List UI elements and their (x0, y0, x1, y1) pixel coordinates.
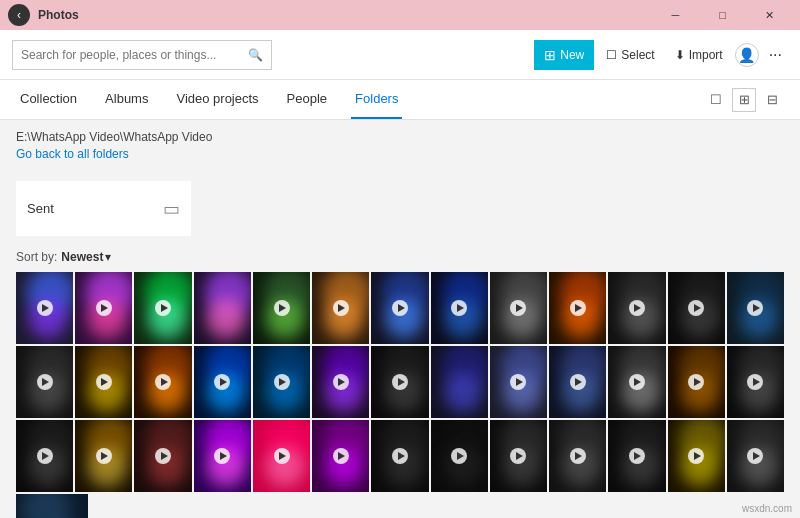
play-icon (451, 300, 467, 316)
photo-item[interactable] (490, 346, 547, 418)
play-icon (155, 374, 171, 390)
sort-current-value: Newest (61, 250, 103, 264)
select-button[interactable]: ☐ Select (598, 40, 662, 70)
play-icon (392, 374, 408, 390)
photo-item[interactable] (608, 272, 665, 344)
photo-item[interactable] (194, 420, 251, 492)
play-icon (747, 300, 763, 316)
back-button[interactable]: ‹ (8, 4, 30, 26)
search-box[interactable]: 🔍 (12, 40, 272, 70)
photo-item[interactable] (727, 420, 784, 492)
photo-item[interactable] (253, 272, 310, 344)
photo-item[interactable] (16, 346, 73, 418)
photo-item[interactable] (490, 272, 547, 344)
photo-item[interactable] (134, 420, 191, 492)
photo-item[interactable] (668, 346, 725, 418)
photo-item[interactable] (16, 494, 88, 518)
play-icon (510, 374, 526, 390)
maximize-button[interactable]: □ (700, 0, 745, 30)
photo-item[interactable] (16, 420, 73, 492)
photo-item[interactable] (549, 272, 606, 344)
play-icon (274, 300, 290, 316)
photo-item[interactable] (75, 272, 132, 344)
play-icon (96, 448, 112, 464)
folder-card-sent[interactable]: Sent ▭ (16, 181, 191, 236)
search-icon: 🔍 (248, 48, 263, 62)
photo-item[interactable] (668, 420, 725, 492)
photo-item[interactable] (312, 346, 369, 418)
photo-item[interactable] (431, 272, 488, 344)
tab-people[interactable]: People (283, 80, 331, 119)
play-icon (333, 448, 349, 464)
minimize-button[interactable]: ─ (653, 0, 698, 30)
photo-item[interactable] (727, 346, 784, 418)
titlebar: ‹ Photos ─ □ ✕ (0, 0, 800, 30)
photo-item[interactable] (608, 346, 665, 418)
play-icon (392, 448, 408, 464)
folder-card-icon: ▭ (163, 198, 180, 220)
watermark: wsxdn.com (742, 503, 792, 514)
photo-item[interactable] (490, 420, 547, 492)
play-icon (274, 448, 290, 464)
close-button[interactable]: ✕ (747, 0, 792, 30)
sort-value-button[interactable]: Newest ▾ (61, 250, 111, 264)
photo-item[interactable] (134, 272, 191, 344)
photo-item[interactable] (549, 346, 606, 418)
photo-item[interactable] (134, 346, 191, 418)
play-icon (333, 300, 349, 316)
play-icon (155, 300, 171, 316)
play-icon (392, 300, 408, 316)
play-icon (274, 374, 290, 390)
import-label: Import (689, 48, 723, 62)
tab-video-projects[interactable]: Video projects (172, 80, 262, 119)
new-button[interactable]: ⊞ New (534, 40, 594, 70)
folder-card-label: Sent (27, 201, 54, 216)
play-icon (688, 374, 704, 390)
photo-item[interactable] (668, 272, 725, 344)
play-icon (214, 374, 230, 390)
import-button[interactable]: ⬇ Import (667, 40, 731, 70)
more-button[interactable]: ··· (763, 46, 788, 64)
search-input[interactable] (21, 48, 248, 62)
main-content: E:\WhatsApp Video\WhatsApp Video Go back… (0, 120, 800, 518)
photo-item[interactable] (253, 420, 310, 492)
play-icon (570, 300, 586, 316)
play-icon (629, 448, 645, 464)
photo-item[interactable] (371, 272, 428, 344)
play-icon (629, 374, 645, 390)
photo-item[interactable] (431, 420, 488, 492)
view-grid4-button[interactable]: ⊞ (732, 88, 756, 112)
photo-item[interactable] (75, 420, 132, 492)
photo-item[interactable] (608, 420, 665, 492)
photo-grid (16, 272, 784, 518)
tab-collection[interactable]: Collection (16, 80, 81, 119)
sort-bar: Sort by: Newest ▾ (16, 250, 784, 264)
play-icon (747, 448, 763, 464)
play-icon (37, 300, 53, 316)
photo-item[interactable] (431, 346, 488, 418)
tab-albums[interactable]: Albums (101, 80, 152, 119)
photo-item[interactable] (312, 420, 369, 492)
view-grid9-button[interactable]: ⊟ (760, 88, 784, 112)
view-single-button[interactable]: ☐ (704, 88, 728, 112)
go-back-link[interactable]: Go back to all folders (16, 147, 129, 161)
photo-item[interactable] (371, 420, 428, 492)
tab-folders[interactable]: Folders (351, 80, 402, 119)
play-icon (37, 448, 53, 464)
photo-item[interactable] (194, 346, 251, 418)
photo-item[interactable] (75, 346, 132, 418)
photo-item[interactable] (727, 272, 784, 344)
play-icon (688, 300, 704, 316)
toolbar-right: ⊞ New ☐ Select ⬇ Import 👤 ··· (534, 40, 788, 70)
folder-path: E:\WhatsApp Video\WhatsApp Video (16, 130, 784, 144)
photo-item[interactable] (371, 346, 428, 418)
photo-item[interactable] (549, 420, 606, 492)
user-icon[interactable]: 👤 (735, 43, 759, 67)
photo-item[interactable] (312, 272, 369, 344)
play-icon (96, 300, 112, 316)
photo-item[interactable] (253, 346, 310, 418)
play-icon (570, 374, 586, 390)
photo-item[interactable] (194, 272, 251, 344)
view-icons: ☐ ⊞ ⊟ (704, 88, 784, 112)
photo-item[interactable] (16, 272, 73, 344)
